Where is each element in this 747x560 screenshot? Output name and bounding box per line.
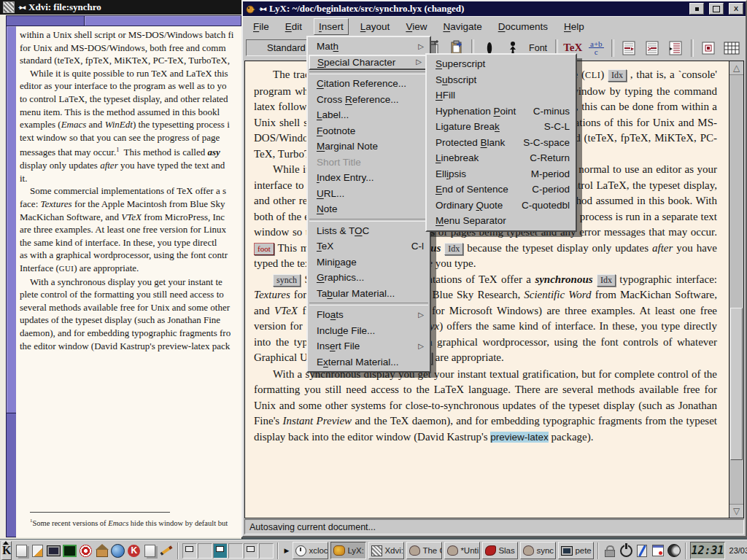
menu-item-tex[interactable]: TeXC-l	[308, 238, 430, 254]
task-button-unti[interactable]: *Unti	[444, 542, 480, 559]
horizontal-scrollbar-thumb[interactable]	[84, 16, 241, 26]
lock-tray-icon[interactable]	[603, 542, 617, 559]
depth-button[interactable]	[665, 37, 686, 58]
help-launcher-icon[interactable]	[78, 542, 93, 559]
menubar-help[interactable]: Help	[560, 19, 589, 34]
pager-desktop-5[interactable]	[244, 543, 258, 559]
submenu-item-protected-blank[interactable]: Protected BlankS-C-space	[427, 135, 576, 151]
lyx-titlebar[interactable]: LyX: ~/doc/beginlatex/src/synchro.lyx (c…	[243, 1, 746, 16]
pager-desktop-4[interactable]	[228, 543, 243, 559]
notes-launcher-icon[interactable]	[30, 542, 45, 559]
taskbar-clock[interactable]: 12:31	[690, 542, 724, 559]
menu-item-insert-file[interactable]: Insert File	[308, 338, 430, 354]
scroll-up-arrow-icon[interactable]: △	[729, 61, 743, 75]
xdvi-horizontal-scrollbar[interactable]	[6, 15, 241, 26]
task-button-xdvi[interactable]: Xdvi:	[368, 542, 404, 559]
menu-item-short-title[interactable]: Short Title	[308, 155, 430, 171]
menubar-view[interactable]: View	[401, 19, 431, 34]
terminal-launcher-icon[interactable]	[62, 542, 77, 559]
task-button-slas[interactable]: Slas	[482, 542, 518, 559]
task-button-sync[interactable]: sync	[520, 542, 556, 559]
task-button-pete[interactable]: pete◀	[558, 542, 594, 559]
lyx-vertical-scrollbar[interactable]: △ ▽	[729, 61, 743, 518]
special-character-submenu: SuperscriptSubscriptHFillHyphenation Poi…	[425, 53, 577, 232]
menu-item-url[interactable]: URL...	[308, 186, 430, 202]
power-tray-icon[interactable]	[619, 542, 633, 559]
text-span: after	[100, 160, 118, 171]
submenu-item-superscript[interactable]: Superscript	[427, 56, 576, 72]
menu-item-special-character[interactable]: Special Character	[309, 55, 429, 71]
submenu-item-linebreak[interactable]: LinebreakC-Return	[427, 150, 576, 166]
files-launcher-icon[interactable]	[14, 542, 29, 559]
menu-item-external-material[interactable]: External Material...	[308, 354, 430, 370]
insert-table-button[interactable]	[721, 37, 743, 58]
scroll-down-arrow-icon[interactable]: ▽	[729, 504, 743, 518]
menu-item-tabular-material[interactable]: Tabular Material...	[308, 286, 430, 302]
close-button[interactable]: X	[729, 3, 743, 15]
moon-tray-icon[interactable]	[667, 542, 681, 559]
pager-desktop-2[interactable]	[198, 543, 212, 559]
xdvi-titlebar[interactable]: Xdvi: file:synchro	[0, 0, 241, 15]
inset-synch[interactable]: synch	[273, 274, 301, 287]
inset-idx[interactable]: Idx	[444, 243, 463, 255]
submenu-item-ordinary-quote[interactable]: Ordinary QuoteC-quotedbl	[427, 198, 576, 214]
menu-item-citation-reference[interactable]: Citation Reference...	[308, 76, 430, 92]
inset-idx[interactable]: Idx	[597, 274, 616, 287]
submenu-item-subscript[interactable]: Subscript	[427, 72, 576, 88]
submenu-item-end-of-sentence[interactable]: End of SentenceC-period	[427, 182, 576, 198]
scrollbar-thumb[interactable]	[730, 308, 743, 460]
menu-item-minipage[interactable]: Minipage	[308, 254, 430, 271]
files2-launcher-icon[interactable]	[142, 542, 158, 559]
task-button-the-g[interactable]: The G	[406, 542, 442, 559]
menu-item-index-entry[interactable]: Index Entry...	[308, 170, 430, 186]
pen-launcher-icon[interactable]	[158, 542, 174, 559]
math-button[interactable]: a+b c	[586, 37, 607, 58]
menu-item-graphics[interactable]: Graphics...	[308, 270, 430, 286]
menu-item-include-file[interactable]: Include File...	[308, 323, 430, 339]
maximize-button[interactable]	[709, 3, 724, 15]
menu-item-math[interactable]: Math	[308, 39, 430, 55]
klipper-tray-icon[interactable]	[635, 542, 649, 559]
minimize-button[interactable]	[689, 3, 704, 15]
submenu-item-menu-separator[interactable]: Menu Separator	[427, 213, 576, 229]
xdvi-vertical-scrollbar[interactable]	[6, 26, 17, 537]
menu-item-note[interactable]: Note	[308, 201, 430, 217]
globe-launcher-icon[interactable]	[110, 542, 125, 559]
menubar-layout[interactable]: Layout	[356, 19, 395, 34]
inset-foot[interactable]: foot	[254, 243, 274, 255]
menubar-insert[interactable]: Insert	[314, 18, 349, 35]
taskbar-date[interactable]: 23/03/03	[727, 546, 747, 555]
submenu-item-ligature-break[interactable]: Ligature BreakS-C-L	[427, 119, 576, 135]
inset-idx[interactable]: Idx	[608, 69, 627, 82]
pager-desktop-1[interactable]	[182, 543, 197, 559]
submenu-item-hfill[interactable]: HFill	[427, 88, 576, 104]
menubar-navigate[interactable]: Navigate	[438, 19, 486, 34]
xdvi-text-line: it.	[20, 172, 241, 185]
figure-float-button[interactable]	[619, 37, 640, 58]
vertical-scrollbar-thumb[interactable]	[7, 26, 16, 413]
menu-item-marginal-note[interactable]: Marginal Note	[308, 139, 430, 155]
k-menu-button[interactable]: K	[1, 541, 12, 560]
task-label: The G	[422, 546, 442, 555]
insert-graphics-button[interactable]	[698, 37, 719, 58]
screen-launcher-icon[interactable]	[46, 542, 61, 559]
table-float-button[interactable]	[642, 37, 663, 58]
submenu-item-ellipsis[interactable]: EllipsisM-period	[427, 166, 576, 182]
pager-desktop-3[interactable]	[213, 543, 228, 559]
taskbar-expand-arrow-icon[interactable]: ▶	[282, 547, 290, 554]
pager-desktop-6[interactable]	[259, 543, 274, 559]
menu-item-label[interactable]: Label...	[308, 107, 430, 123]
menubar-file[interactable]: File	[249, 19, 274, 34]
menu-item-lists-toc[interactable]: Lists & TOC	[308, 223, 430, 239]
menubar-documents[interactable]: Documents	[494, 19, 552, 34]
menu-item-floats[interactable]: Floats	[308, 307, 430, 323]
task-button-lyx[interactable]: LyX:	[330, 542, 366, 559]
menu-item-footnote[interactable]: Footnote	[308, 123, 430, 139]
submenu-item-hyphenation-point[interactable]: Hyphenation PointC-minus	[427, 104, 576, 120]
kde-help-launcher-icon[interactable]	[126, 542, 142, 559]
task-button-xcloc[interactable]: xcloc	[293, 542, 328, 559]
menu-item-cross-reference[interactable]: Cross Reference...	[308, 92, 430, 108]
home-launcher-icon[interactable]	[94, 542, 109, 559]
menubar-edit[interactable]: Edit	[281, 19, 306, 34]
organizer-tray-icon[interactable]	[651, 542, 665, 559]
